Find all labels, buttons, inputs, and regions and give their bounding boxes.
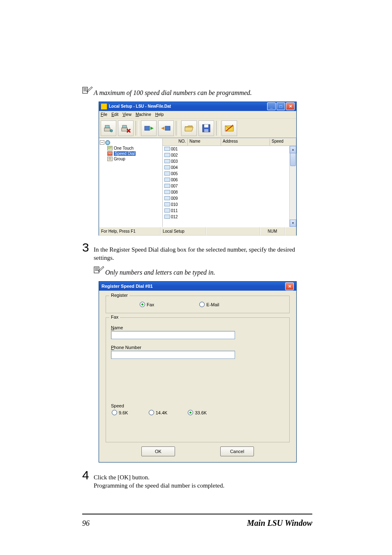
- minimize-button[interactable]: _: [267, 102, 276, 110]
- radio-speed-96k[interactable]: 9.6K: [112, 410, 128, 415]
- maximize-button[interactable]: □: [277, 102, 285, 110]
- group-label: Fax: [109, 314, 120, 319]
- table-row[interactable]: 001: [163, 146, 296, 152]
- col-address[interactable]: Address: [221, 139, 270, 146]
- table-row[interactable]: 005: [163, 171, 296, 177]
- status-bar: For Help, Press F1 Local Setup NUM: [99, 227, 296, 235]
- speeddial-icon: SD: [107, 151, 113, 156]
- toolbar-separator: [216, 121, 219, 136]
- col-no[interactable]: NO.: [163, 139, 188, 146]
- menu-machine[interactable]: Machine: [136, 112, 151, 117]
- toolbar-save-button[interactable]: [198, 120, 214, 136]
- step-text: In the Register Speed Dial dialog box fo…: [94, 245, 312, 262]
- tree-panel: – OTOne Touch SDSpeed Dial GGroup: [99, 139, 163, 227]
- svg-point-6: [110, 130, 113, 132]
- status-mode: Local Setup: [161, 227, 206, 236]
- tree-item-group[interactable]: GGroup: [107, 157, 161, 161]
- menu-edit[interactable]: Edit: [111, 112, 118, 117]
- table-row[interactable]: 008: [163, 189, 296, 195]
- col-name[interactable]: Name: [188, 139, 221, 146]
- row-icon: [164, 165, 170, 169]
- toolbar-open-button[interactable]: [181, 120, 197, 136]
- dialog-title: Register Speed Dial #01: [101, 284, 153, 289]
- cancel-button[interactable]: Cancel: [220, 446, 254, 456]
- table-row[interactable]: 011: [163, 208, 296, 214]
- svg-rect-15: [204, 129, 208, 132]
- toolbar-send-button[interactable]: [141, 120, 157, 136]
- radio-email[interactable]: E-Mail: [199, 302, 219, 307]
- radio-speed-144k[interactable]: 14.4K: [149, 410, 168, 415]
- step-text: Click the [OK] button. Programming of th…: [94, 473, 224, 490]
- footer-rule: [82, 514, 312, 515]
- row-icon: [164, 184, 170, 188]
- svg-rect-18: [94, 267, 99, 273]
- scroll-down-icon[interactable]: ▾: [290, 220, 296, 227]
- table-row[interactable]: 004: [163, 164, 296, 171]
- svg-rect-5: [105, 125, 109, 128]
- table-row[interactable]: 009: [163, 195, 296, 201]
- group-fax: Fax Name Phone Number Speed 9.6K 14.4K 3…: [106, 317, 290, 442]
- group-icon: G: [107, 157, 113, 161]
- footer-title: Main LSU Window: [247, 518, 312, 528]
- radio-speed-336k[interactable]: 33.6K: [188, 410, 207, 415]
- row-icon: [164, 202, 170, 206]
- table-row[interactable]: 003: [163, 158, 296, 164]
- group-label: Register: [109, 293, 129, 298]
- note-icon: [82, 86, 94, 96]
- table-row[interactable]: 010: [163, 201, 296, 208]
- page-number: 96: [82, 519, 90, 528]
- table-row[interactable]: 006: [163, 177, 296, 183]
- menu-view[interactable]: View: [122, 112, 131, 117]
- menu-file[interactable]: File: [101, 112, 107, 117]
- step-number: 3: [82, 241, 94, 254]
- scroll-up-icon[interactable]: ▴: [290, 146, 296, 153]
- status-help: For Help, Press F1: [99, 227, 161, 236]
- row-icon: [164, 208, 170, 213]
- row-icon: [164, 178, 170, 182]
- tree-item-onetouch[interactable]: OTOne Touch: [107, 146, 161, 150]
- scroll-thumb[interactable]: [290, 153, 296, 166]
- toolbar-disconnect-button[interactable]: [118, 120, 134, 136]
- window-title: Local Setup - LSU - NewFile.Dat: [109, 104, 266, 109]
- svg-rect-11: [145, 126, 150, 130]
- name-field[interactable]: [111, 331, 235, 339]
- toolbar-connect-button[interactable]: [101, 120, 116, 136]
- tree-item-speeddial[interactable]: SDSpeed Dial: [107, 151, 161, 156]
- toolbar-receive-button[interactable]: [158, 120, 174, 136]
- ok-button[interactable]: OK: [141, 446, 175, 456]
- status-num: NUM: [260, 227, 285, 236]
- label-phone: Phone Number: [111, 345, 284, 350]
- svg-rect-4: [104, 128, 110, 131]
- table-row[interactable]: 012: [163, 214, 296, 220]
- step-number: 4: [82, 469, 94, 481]
- status-grip: [285, 227, 296, 236]
- label-name: Name: [111, 325, 284, 330]
- table-row[interactable]: 007: [163, 183, 296, 189]
- toolbar-mail-button[interactable]: [221, 120, 237, 136]
- phone-number-field[interactable]: [111, 351, 235, 359]
- col-speed[interactable]: Speed: [270, 139, 296, 146]
- tree-collapse-icon[interactable]: –: [100, 140, 104, 145]
- table-row[interactable]: 002: [163, 152, 296, 158]
- toolbar: [99, 119, 296, 138]
- app-icon: [101, 103, 107, 110]
- row-icon: [164, 147, 170, 151]
- menu-help[interactable]: Help: [155, 112, 164, 117]
- row-icon: [164, 159, 170, 163]
- close-button[interactable]: ✕: [286, 102, 295, 110]
- toolbar-separator: [176, 121, 179, 136]
- note-icon: [94, 266, 105, 276]
- row-icon: [164, 153, 170, 157]
- title-bar[interactable]: Local Setup - LSU - NewFile.Dat _ □ ✕: [99, 102, 296, 111]
- close-button[interactable]: ✕: [285, 282, 294, 290]
- svg-rect-12: [165, 126, 170, 130]
- svg-rect-0: [83, 87, 88, 93]
- group-register: Register Fax E-Mail: [106, 296, 290, 313]
- svg-rect-8: [122, 125, 127, 128]
- radio-fax[interactable]: Fax: [140, 302, 154, 307]
- globe-icon: [105, 140, 110, 145]
- scrollbar[interactable]: ▴ ▾: [289, 146, 296, 227]
- note-text: A maximum of 100 speed dial numbers can …: [94, 89, 252, 97]
- row-icon: [164, 215, 170, 219]
- dialog-title-bar[interactable]: Register Speed Dial #01 ✕: [99, 282, 296, 291]
